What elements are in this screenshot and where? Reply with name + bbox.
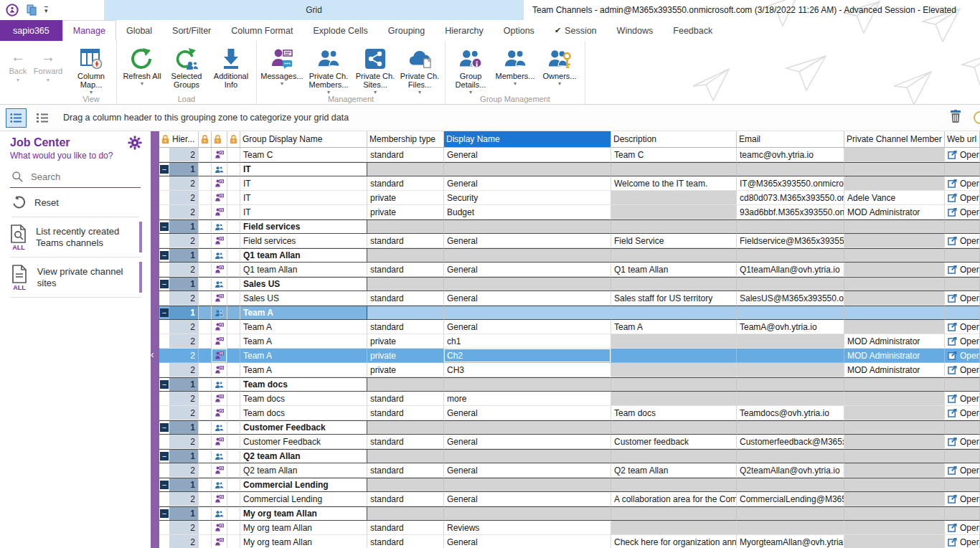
web-url-cell[interactable]: Open	[945, 320, 980, 334]
tab-manage[interactable]: Manage	[62, 20, 116, 41]
display-name-cell[interactable]: General	[444, 234, 611, 248]
open-link[interactable]: Open	[948, 322, 980, 332]
windows-icon[interactable]	[26, 4, 37, 16]
web-url-cell[interactable]: Open	[945, 176, 980, 191]
table-row[interactable]: 2Team AprivateCH3MOD AdministratorOpen	[159, 363, 980, 377]
display-name-cell[interactable]: more	[444, 392, 611, 406]
collapse-minus-icon[interactable]: −	[160, 380, 169, 389]
display-name-cell[interactable]: General	[444, 176, 611, 191]
group-display-name-cell[interactable]: Q2 team Allan	[240, 449, 367, 463]
display-name-cell[interactable]: CH3	[444, 363, 611, 377]
private-ch-members-button[interactable]: Private Ch. Members...▾	[304, 44, 353, 95]
group-row[interactable]: −1My org team Allan	[159, 506, 980, 521]
email-cell[interactable]: IT@M365x393550.onmicroso	[737, 176, 844, 191]
display-name-cell[interactable]: General	[444, 148, 611, 162]
description-cell[interactable]	[611, 363, 737, 377]
column-header-email[interactable]: Email	[737, 131, 844, 147]
group-row[interactable]: −1IT	[159, 162, 980, 176]
open-link[interactable]: Open	[948, 466, 980, 476]
collapse-minus-icon[interactable]: −	[160, 251, 169, 260]
email-cell[interactable]: Customerfeedback@M365x	[737, 435, 844, 449]
email-cell[interactable]	[737, 363, 844, 377]
tab-windows[interactable]: Windows	[607, 20, 664, 41]
group-display-name-cell[interactable]: Q1 team Allan	[240, 263, 367, 277]
open-link[interactable]: Open	[948, 494, 980, 504]
table-row[interactable]: 2Team AprivateCh2MOD AdministratorOpen	[159, 349, 980, 363]
refresh-all-button[interactable]: Refresh All▾	[120, 44, 164, 87]
members-button[interactable]: Members...▾	[493, 44, 537, 87]
table-row[interactable]: 2Sales USstandardGeneralSales staff for …	[159, 291, 980, 306]
group-display-name-cell[interactable]: Commercial Lending	[240, 478, 367, 492]
forward-dropdown-icon[interactable]: ▾	[47, 77, 50, 83]
web-url-cell[interactable]: Open	[945, 291, 980, 306]
email-cell[interactable]	[737, 392, 844, 406]
collapse-button[interactable]: −	[159, 420, 169, 435]
back-button[interactable]: ← Back ▾	[3, 44, 33, 83]
table-row[interactable]: 2My org team AllanstandardGeneralCheck h…	[159, 535, 980, 548]
collapse-button[interactable]: −	[159, 248, 169, 263]
group-display-name-cell[interactable]: Team A	[240, 349, 367, 363]
contextual-tab-grid[interactable]: Grid	[104, 0, 524, 20]
group-row[interactable]: −1Q2 team Allan	[159, 449, 980, 463]
email-cell[interactable]	[737, 349, 844, 363]
open-link[interactable]: Open	[948, 150, 980, 160]
table-row[interactable]: 2Q2 team AllanstandardGeneralQ2 team All…	[159, 463, 980, 478]
collapse-button[interactable]: −	[159, 478, 169, 492]
group-display-name-cell[interactable]: Team docs	[240, 406, 367, 420]
open-link[interactable]: Open	[948, 179, 980, 189]
display-name-cell[interactable]: Budget	[444, 205, 611, 219]
web-url-cell[interactable]: Open	[945, 334, 980, 349]
group-row[interactable]: −1Team docs	[159, 377, 980, 392]
group-row[interactable]: −1Field services	[159, 219, 980, 234]
tab-session[interactable]: ✔Session	[545, 20, 607, 41]
group-display-name-cell[interactable]: Sales US	[240, 291, 367, 306]
collapse-button[interactable]: −	[159, 377, 169, 392]
email-cell[interactable]: 93ad6bbf.M365x393550.onn	[737, 205, 844, 219]
email-cell[interactable]: CommercialLending@M365	[737, 492, 844, 506]
grouping-zone-message[interactable]: Drag a column header to this grouping zo…	[63, 113, 349, 123]
open-link[interactable]: Open	[948, 336, 980, 346]
open-link[interactable]: Open	[948, 437, 980, 447]
group-row[interactable]: −1Q1 team Allan	[159, 248, 980, 263]
open-link[interactable]: Open	[948, 537, 980, 547]
membership-type-cell[interactable]: standard	[367, 492, 444, 506]
email-cell[interactable]: Q2teamAllan@ovh.ytria.io	[737, 463, 844, 478]
private-channel-member-cell[interactable]	[844, 263, 945, 277]
membership-type-cell[interactable]: private	[367, 334, 444, 349]
group-display-name-cell[interactable]: Team C	[240, 148, 367, 162]
qat-dropdown-icon[interactable]: ▾	[44, 6, 48, 14]
display-name-cell[interactable]: General	[444, 291, 611, 306]
column-header-display-name[interactable]: Display Name	[444, 131, 611, 147]
display-name-cell[interactable]: General	[444, 435, 611, 449]
description-cell[interactable]	[611, 349, 737, 363]
description-cell[interactable]: Check here for organization ann	[611, 535, 737, 548]
display-name-cell[interactable]: General	[444, 463, 611, 478]
private-channel-member-cell[interactable]: Adele Vance	[844, 191, 945, 205]
table-row[interactable]: 2ITprivateBudget93ad6bbf.M365x393550.onn…	[159, 205, 980, 219]
membership-type-cell[interactable]: standard	[367, 176, 444, 191]
job-item-list-recently-created-teams-ch[interactable]: ALLList recently created Teams channels	[10, 217, 142, 258]
private-channel-member-cell[interactable]	[844, 406, 945, 420]
group-display-name-cell[interactable]: My org team Allan	[240, 535, 367, 548]
group-details-button[interactable]: Group Details...▾	[448, 44, 493, 95]
column-header-group-display-name[interactable]: Group Display Name	[240, 131, 367, 147]
column-header-membership-type[interactable]: Membership type	[367, 131, 444, 147]
private-ch-sites-button[interactable]: Private Ch. Sites...▾	[353, 44, 397, 95]
tab-column-format[interactable]: Column Format	[221, 20, 303, 41]
collapse-button[interactable]: −	[159, 449, 169, 463]
trash-icon[interactable]	[950, 110, 961, 123]
group-row[interactable]: −1Team A	[159, 306, 980, 320]
group-display-name-cell[interactable]: Team docs	[240, 377, 367, 392]
tab-options[interactable]: Options	[494, 20, 545, 41]
dropdown-caret-icon[interactable]: ▾	[558, 81, 561, 87]
group-display-name-cell[interactable]: Field services	[240, 234, 367, 248]
description-cell[interactable]	[611, 334, 737, 349]
membership-type-cell[interactable]: standard	[367, 406, 444, 420]
group-display-name-cell[interactable]: My org team Allan	[240, 521, 367, 535]
column-header-locked[interactable]	[199, 131, 212, 147]
tab-grouping[interactable]: Grouping	[378, 20, 435, 41]
collapse-button[interactable]: −	[159, 306, 169, 320]
display-name-cell[interactable]: General	[444, 320, 611, 334]
open-link[interactable]: Open	[948, 408, 980, 418]
description-cell[interactable]: Team docs	[611, 406, 737, 420]
